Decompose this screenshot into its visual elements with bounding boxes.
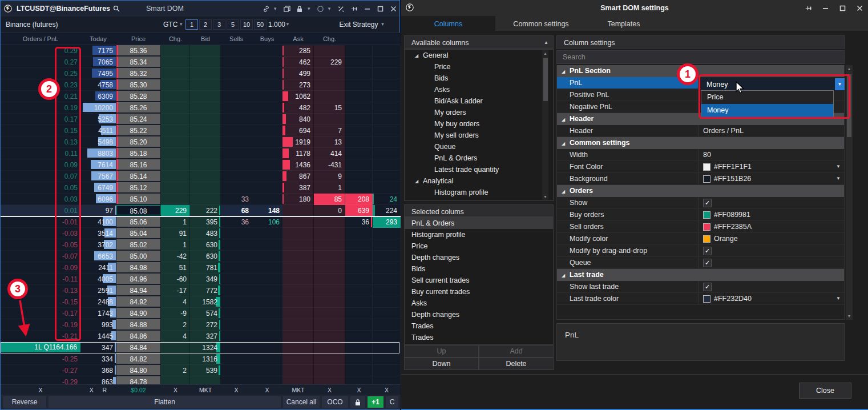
ladder-cell-buys[interactable] (252, 45, 282, 57)
tree-item-pnl-orders[interactable]: PnL & Orders (405, 152, 553, 164)
tree-item-latest-trade-quantity[interactable]: Latest trade quantity (405, 164, 553, 175)
maximize-icon[interactable] (376, 5, 384, 13)
ladder-cell-price[interactable]: 84.98 (116, 262, 161, 274)
checkbox-checked[interactable]: ✓ (703, 199, 712, 207)
ladder-cell-bid[interactable] (190, 79, 221, 91)
settings-row-show-last-trade[interactable]: Show last trade✓ (557, 281, 844, 293)
ladder-cell-buys[interactable] (252, 91, 282, 102)
ladder-cell-bid[interactable]: 772 (190, 285, 221, 296)
ladder-cell-bid[interactable]: 1324 (190, 342, 221, 353)
tree-expander-icon[interactable]: ◢ (415, 50, 423, 62)
ladder-cell-bid[interactable] (190, 125, 221, 136)
ladder-footer-cell[interactable]: XR (80, 385, 116, 395)
settings-tools-icon[interactable] (337, 5, 345, 13)
selected-column-item[interactable]: Asks (405, 298, 553, 309)
ladder-cell-ask[interactable] (282, 308, 314, 319)
ladder-cell-sells[interactable] (221, 251, 252, 262)
tree-item-asks[interactable]: Asks (405, 84, 553, 95)
tab-templates[interactable]: Templates (587, 16, 661, 32)
setting-value[interactable]: #FF089981 (699, 209, 844, 220)
qty-preset-button[interactable]: 50 (254, 19, 267, 30)
ladder-footer-cell[interactable]: X (161, 385, 190, 395)
ladder-cell-sells[interactable] (221, 171, 252, 182)
ladder-cell-price[interactable]: 85.10 (116, 194, 161, 205)
settings-row-width[interactable]: Width80 (557, 149, 844, 161)
ladder-cell-buys[interactable] (252, 319, 282, 331)
ladder-cell-sells[interactable] (221, 376, 252, 384)
tree-item-price[interactable]: Price (405, 61, 553, 73)
setting-value[interactable]: ✓ (699, 281, 844, 292)
ladder-cell-sells[interactable] (221, 182, 252, 194)
ladder-cell-buys[interactable] (252, 262, 282, 274)
ladder-cell-buys[interactable] (252, 114, 282, 125)
ladder-cell-orders-pnl[interactable]: -0.25 (1, 353, 80, 365)
ladder-cell-bid[interactable]: 630 (190, 251, 221, 262)
ladder-cell-price[interactable]: 84.88 (116, 319, 161, 331)
ladder-cell-bid[interactable] (190, 91, 221, 102)
ladder-cell-orders-pnl[interactable]: -0.01 (1, 216, 80, 228)
ladder-cell-orders-pnl[interactable]: 0.19 (1, 102, 80, 114)
ladder-cell-ask[interactable]: 499 (282, 68, 314, 79)
ladder-cell-ask[interactable]: 462 (282, 57, 314, 68)
ladder-footer-cell[interactable]: MKT (282, 385, 314, 395)
settings-row-background[interactable]: Background#FF151B26▼ (557, 173, 844, 185)
tree-item-bids[interactable]: Bids (405, 73, 553, 84)
ladder-cell-buys[interactable] (252, 68, 282, 79)
ladder-cell-sells[interactable] (221, 331, 252, 342)
ladder-cell-buys[interactable] (252, 159, 282, 171)
ladder-cell-buys[interactable] (252, 308, 282, 319)
ladder-cell-buys[interactable] (252, 171, 282, 182)
ladder-cell-sells[interactable] (221, 239, 252, 251)
ladder-cell-orders-pnl[interactable]: -0.05 (1, 239, 80, 251)
settings-row-modify-color[interactable]: Modify colorOrange (557, 233, 844, 245)
checkbox-checked[interactable]: ✓ (703, 259, 712, 267)
ladder-cell-bid[interactable] (190, 68, 221, 79)
ladder-cell-sells[interactable]: 68 (221, 205, 252, 216)
ladder-cell-buys[interactable] (252, 148, 282, 159)
ladder-cell-buys[interactable] (252, 376, 282, 384)
ladder-cell-sells[interactable] (221, 68, 252, 79)
ladder-cell-orders-pnl[interactable]: 0.25 (1, 68, 80, 79)
setting-value[interactable]: 80 (699, 149, 844, 160)
ladder-cell-orders-pnl[interactable]: -0.03 (1, 228, 80, 239)
duplicate-panel-icon[interactable] (282, 5, 290, 13)
ladder-cell-price[interactable]: 84.96 (116, 274, 161, 285)
ladder-cell-price[interactable]: 85.34 (116, 57, 161, 68)
ladder-cell-price[interactable]: 85.32 (116, 68, 161, 79)
settings-group-header[interactable]: ◢Orders (557, 185, 844, 197)
settings-minimize-icon[interactable] (821, 4, 829, 12)
settings-row-buy-orders[interactable]: Buy orders#FF089981 (557, 209, 844, 221)
ladder-cell-orders-pnl[interactable]: 1L Q1164.166 (1, 342, 80, 353)
ladder-cell-buys[interactable] (252, 274, 282, 285)
ladder-cell-ask[interactable] (282, 251, 314, 262)
settings-group-header[interactable]: ◢PnL Section (557, 65, 844, 77)
ladder-cell-buys[interactable]: 148 (252, 205, 282, 216)
add-column-button[interactable]: Add (479, 345, 554, 357)
checkbox-checked[interactable]: ✓ (703, 247, 712, 255)
pin-icon[interactable] (350, 5, 358, 13)
ladder-cell-sells[interactable] (221, 45, 252, 57)
ladder-cell-sells[interactable] (221, 125, 252, 136)
delete-column-button[interactable]: Delete (479, 357, 554, 370)
value-dropdown-caret-icon[interactable]: ▼ (836, 293, 841, 304)
color-group-caret-icon[interactable]: ▼ (327, 6, 332, 11)
ladder-cell-bid[interactable] (190, 114, 221, 125)
qty-preset-button[interactable]: 5 (227, 19, 239, 30)
ladder-cell-orders-pnl[interactable]: 0.05 (1, 182, 80, 194)
minimize-icon[interactable] (363, 5, 371, 13)
ladder-cell-ask[interactable]: 180 (282, 194, 314, 205)
ladder-cell-bid[interactable]: 1582 (190, 296, 221, 308)
dropdown-option-money[interactable]: Money (701, 104, 833, 117)
plus-one-button[interactable]: +1 (368, 396, 383, 408)
flatten-button[interactable]: Flatten (49, 396, 281, 408)
ladder-cell-ask[interactable] (282, 216, 314, 228)
pnl-mode-dropdown[interactable]: Money ▼ (701, 78, 845, 90)
ladder-cell-sells[interactable] (221, 136, 252, 148)
ladder-footer-cell[interactable]: X (314, 385, 345, 395)
tree-item-bid-ask-ladder[interactable]: Bid/Ask Ladder (405, 95, 553, 107)
ladder-cell-bid[interactable]: 483 (190, 228, 221, 239)
ladder-cell-price[interactable]: 85.20 (116, 136, 161, 148)
ladder-cell-ask[interactable]: 1062 (282, 91, 314, 102)
move-up-button[interactable]: Up (404, 345, 479, 357)
ladder-cell-ask[interactable] (282, 262, 314, 274)
